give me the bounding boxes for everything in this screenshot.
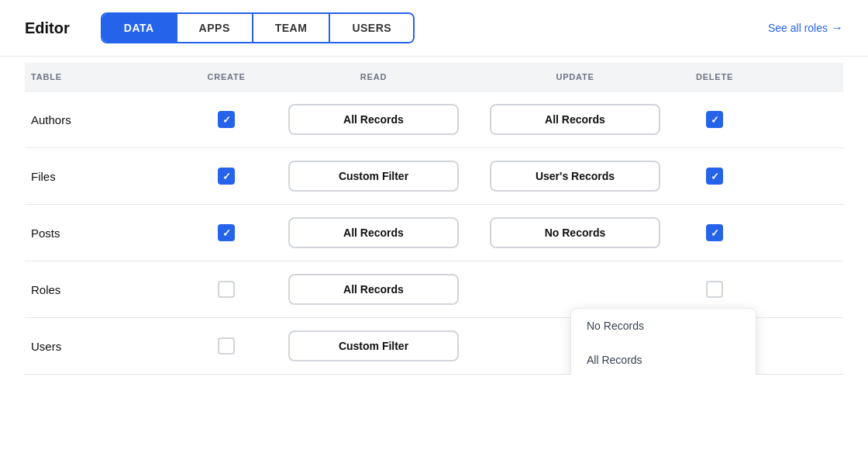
- tab-team[interactable]: TEAM: [253, 14, 331, 42]
- read-btn-files[interactable]: Custom Filter: [288, 161, 459, 192]
- dropdown-item-no-records[interactable]: No Records: [571, 309, 756, 343]
- create-checkbox-files[interactable]: [218, 168, 235, 185]
- dropdown-item-all-records[interactable]: All Records: [571, 343, 756, 375]
- create-checkbox-posts[interactable]: [218, 224, 235, 241]
- update-dropdown: No Records All Records User's Records Cu…: [570, 308, 756, 375]
- tab-users[interactable]: USERS: [330, 14, 413, 42]
- read-btn-users[interactable]: Custom Filter: [288, 330, 459, 361]
- table-header: TABLE CREATE READ UPDATE DELETE: [25, 63, 843, 92]
- delete-checkbox-files[interactable]: [706, 168, 723, 185]
- delete-checkbox-authors[interactable]: [706, 111, 723, 128]
- row-name-roles: Roles: [25, 283, 180, 296]
- delete-checkbox-posts[interactable]: [706, 224, 723, 241]
- create-checkbox-roles[interactable]: [218, 281, 235, 298]
- nav-tabs: DATA APPS TEAM USERS: [101, 12, 415, 43]
- read-btn-posts[interactable]: All Records: [288, 217, 459, 248]
- tab-apps[interactable]: APPS: [177, 14, 253, 42]
- col-header-delete: DELETE: [676, 72, 753, 81]
- create-checkbox-authors[interactable]: [218, 111, 235, 128]
- table-row: Authors All Records All Records: [25, 92, 843, 148]
- update-btn-posts[interactable]: No Records: [490, 217, 660, 248]
- col-header-create: CREATE: [180, 72, 273, 81]
- col-header-table: TABLE: [25, 72, 180, 81]
- app-header: Editor DATA APPS TEAM USERS See all role…: [0, 0, 868, 57]
- arrow-right-icon: →: [831, 21, 843, 35]
- update-btn-authors[interactable]: All Records: [490, 104, 660, 135]
- permissions-table-container: TABLE CREATE READ UPDATE DELETE Authors …: [0, 63, 868, 375]
- table-row: Posts All Records No Records: [25, 205, 843, 261]
- col-header-read: READ: [273, 72, 474, 81]
- update-btn-files[interactable]: User's Records: [490, 161, 660, 192]
- row-name-users: Users: [25, 340, 180, 353]
- col-header-update: UPDATE: [474, 72, 676, 81]
- row-name-posts: Posts: [25, 227, 180, 240]
- table-row: Files Custom Filter User's Records: [25, 148, 843, 205]
- app-title: Editor: [25, 19, 70, 37]
- delete-checkbox-roles[interactable]: [706, 281, 723, 298]
- read-btn-authors[interactable]: All Records: [288, 104, 459, 135]
- row-name-authors: Authors: [25, 113, 180, 126]
- see-all-roles-link[interactable]: See all roles →: [768, 21, 843, 35]
- read-btn-roles[interactable]: All Records: [288, 274, 459, 305]
- row-name-files: Files: [25, 170, 180, 183]
- tab-data[interactable]: DATA: [102, 14, 177, 42]
- create-checkbox-users[interactable]: [218, 337, 235, 355]
